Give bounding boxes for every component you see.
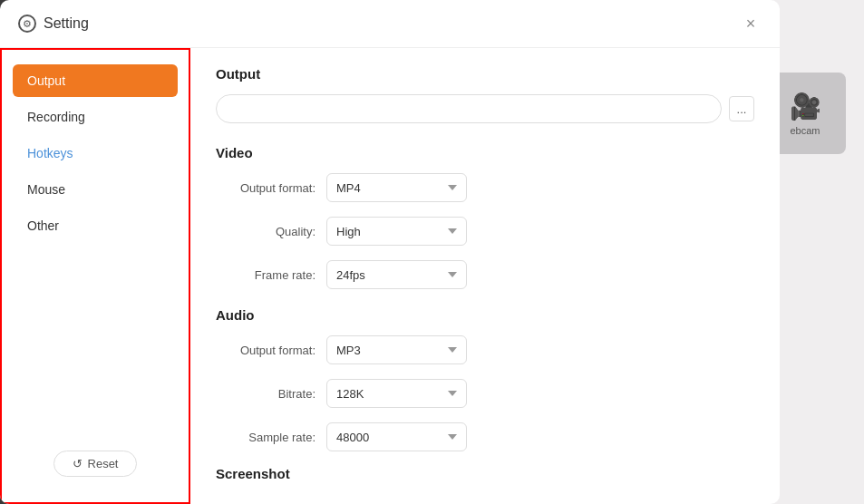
audio-bitrate-label: Bitrate: <box>216 387 316 401</box>
video-framerate-label: Frame rate: <box>216 268 316 282</box>
output-section: Output ... <box>216 66 754 123</box>
audio-bitrate-select[interactable]: 128K 192K 256K <box>326 379 467 408</box>
output-path-row: ... <box>216 94 754 123</box>
modal-header: ⚙ Setting × <box>0 0 780 48</box>
setting-icon: ⚙ <box>18 15 36 33</box>
settings-nav-recording[interactable]: Recording <box>13 101 178 133</box>
audio-bitrate-row: Bitrate: 128K 192K 256K <box>216 379 754 408</box>
webcam-text2: bcam <box>796 125 820 136</box>
video-format-label: Output format: <box>216 181 316 195</box>
audio-samplerate-label: Sample rate: <box>216 431 316 444</box>
audio-section-title: Audio <box>216 307 754 323</box>
webcam-label: ebcam <box>790 125 820 136</box>
settings-nav-mouse[interactable]: Mouse <box>13 173 178 206</box>
modal-body: Output Recording Hotkeys Mouse Other ↺ R… <box>0 48 780 504</box>
output-section-title: Output <box>216 66 754 82</box>
app-background: Di DiReec 12.0 🏠 Home 📄 Files 🎥 ebcam ⚙ … <box>0 0 864 504</box>
video-section: Video Output format: MP4 AVI MOV Quality… <box>216 145 754 289</box>
video-quality-label: Quality: <box>216 225 316 238</box>
video-quality-row: Quality: High Medium Low <box>216 217 754 246</box>
reset-button-wrap: ↺ Reset <box>13 440 178 488</box>
audio-format-label: Output format: <box>216 344 316 357</box>
audio-samplerate-row: Sample rate: 48000 44100 22050 <box>216 422 754 451</box>
audio-format-select[interactable]: MP3 AAC WAV <box>326 335 467 364</box>
reset-button[interactable]: ↺ Reset <box>53 451 138 477</box>
output-path-input[interactable] <box>216 94 722 123</box>
audio-format-row: Output format: MP3 AAC WAV <box>216 335 754 364</box>
output-path-browse-button[interactable]: ... <box>729 96 754 121</box>
video-framerate-select[interactable]: 24fps 30fps 60fps <box>326 260 467 289</box>
video-section-title: Video <box>216 145 754 160</box>
video-framerate-row: Frame rate: 24fps 30fps 60fps <box>216 260 754 289</box>
settings-nav-hotkeys[interactable]: Hotkeys <box>13 137 178 170</box>
audio-samplerate-select[interactable]: 48000 44100 22050 <box>326 422 467 451</box>
settings-modal: ⚙ Setting × Output Recording Hotkeys Mou… <box>0 0 780 504</box>
reset-label: Reset <box>88 457 119 470</box>
screenshot-section-title: Screenshot <box>216 466 754 481</box>
modal-title: Setting <box>44 15 733 32</box>
reset-icon: ↺ <box>73 457 83 470</box>
video-format-select[interactable]: MP4 AVI MOV <box>326 173 467 202</box>
screenshot-section: Screenshot <box>216 466 754 481</box>
webcam-icon: 🎥 <box>790 92 821 121</box>
video-format-row: Output format: MP4 AVI MOV <box>216 173 754 202</box>
modal-close-button[interactable]: × <box>740 13 762 34</box>
settings-nav-output[interactable]: Output <box>13 64 178 97</box>
video-quality-select[interactable]: High Medium Low <box>326 217 467 246</box>
settings-nav-other[interactable]: Other <box>13 209 178 242</box>
settings-content: Output ... Video Output format: MP4 AVI <box>190 48 780 504</box>
audio-section: Audio Output format: MP3 AAC WAV Bitrate… <box>216 307 754 451</box>
settings-sidebar: Output Recording Hotkeys Mouse Other ↺ R… <box>0 48 190 504</box>
